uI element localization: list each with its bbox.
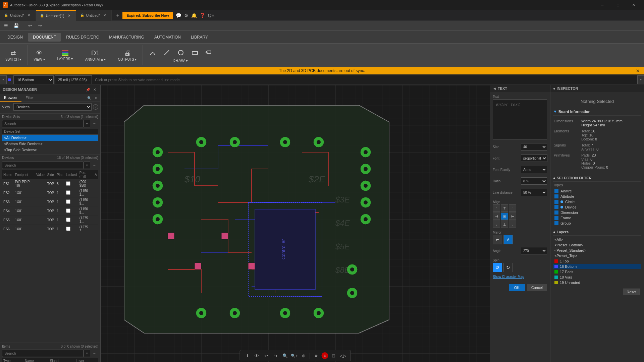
font-select[interactable]: proportional fixed xyxy=(521,155,547,162)
device-set-row-all[interactable]: <All Devices> xyxy=(2,135,98,141)
panel-pin-button[interactable]: 📌 xyxy=(85,86,91,93)
canvas-area[interactable]: Controller xyxy=(101,85,490,362)
align-bl[interactable]: ⌞ xyxy=(493,221,500,228)
align-mr[interactable]: ⊢ xyxy=(509,213,516,220)
table-row[interactable]: ES6 1X01 TOP 1 (1275 1... xyxy=(2,225,98,231)
subscribe-button[interactable]: Expired: Subscribe Now xyxy=(122,12,173,19)
attribute-checkbox[interactable] xyxy=(554,194,558,198)
filter-circle[interactable]: Circle xyxy=(553,199,641,204)
ribbon-view-button[interactable]: 👁 VIEW ▾ xyxy=(31,48,47,63)
items-search[interactable] xyxy=(2,350,84,357)
frame-checkbox[interactable] xyxy=(554,216,558,220)
filter-dimension[interactable]: Dimension xyxy=(553,210,641,215)
settings-icon[interactable]: ⚙ xyxy=(184,13,189,18)
layer-preset-bottom[interactable]: <Preset_Bottom> xyxy=(553,242,641,248)
ribbon-rect-button[interactable] xyxy=(189,48,201,58)
cancel-button[interactable]: Cancel xyxy=(527,284,547,291)
menu-rules[interactable]: RULES DRC/ERC xyxy=(61,33,104,42)
ribbon-switch-button[interactable]: ⇄ SWITCH ▾ xyxy=(3,48,24,63)
tab-untitled1-close[interactable]: ✕ xyxy=(66,13,72,18)
filter-group[interactable]: Group xyxy=(553,221,641,226)
devices-search-options[interactable]: ⋯ xyxy=(91,162,98,169)
eye-button[interactable]: 👁 xyxy=(253,352,261,360)
airwire-checkbox[interactable] xyxy=(554,189,558,193)
ribbon-layers-button[interactable]: LAYERS ▾ xyxy=(55,49,76,62)
command-input[interactable] xyxy=(92,75,637,84)
layer-19-unrouted[interactable]: 19 Unrouted xyxy=(553,280,641,285)
tab-browser[interactable]: Browser xyxy=(0,94,21,102)
reset-button[interactable]: Reset xyxy=(623,289,640,295)
spin-cw-button[interactable]: ↺ xyxy=(493,263,502,272)
devices-search[interactable] xyxy=(2,162,84,169)
filter-attribute[interactable]: Attribute xyxy=(553,194,641,199)
layer-preset-standard[interactable]: <Preset_Standard> xyxy=(553,248,641,253)
table-row[interactable]: ES1 P(R-PDIP-T8) TOP 8 (900 950) xyxy=(2,179,98,188)
panel-toggle-left[interactable]: « xyxy=(0,75,7,84)
ribbon-annotate-button[interactable]: D1 ANNOTATE ▾ xyxy=(83,48,108,63)
undo-btn-canvas[interactable]: ↩ xyxy=(262,352,270,360)
ribbon-circle-button[interactable] xyxy=(174,48,187,58)
device-sets-search-options[interactable]: ⋯ xyxy=(91,120,98,127)
view-help-button[interactable]: ? xyxy=(93,104,98,110)
line-distance-select[interactable]: 50 % 100 % xyxy=(521,189,547,196)
spin-ccw-button[interactable]: ↻ xyxy=(503,263,513,272)
layer-1-top[interactable]: 1 Top xyxy=(553,258,641,264)
angle-select[interactable]: 270 0 90 180 xyxy=(521,247,547,254)
filter-airwire[interactable]: Airwire xyxy=(553,188,641,194)
dimension-checkbox[interactable] xyxy=(554,210,558,215)
tab-untitled[interactable]: 🔒 Untitled* ✕ xyxy=(0,10,36,21)
zoom-out-button[interactable]: 🔍 xyxy=(281,352,289,360)
device-checkbox[interactable] xyxy=(554,205,558,209)
navigate-button[interactable]: ◁▷ xyxy=(339,352,347,360)
group-checkbox[interactable] xyxy=(554,221,558,225)
chat-icon[interactable]: 💬 xyxy=(176,13,181,18)
menu-library[interactable]: LIBRARY xyxy=(186,33,213,42)
font-family-select[interactable]: Armo Arial xyxy=(521,166,547,173)
align-tl[interactable]: ⌜ xyxy=(493,204,500,212)
view-select[interactable]: Devices Signals Layers xyxy=(13,103,92,111)
notification-icon[interactable]: 🔔 xyxy=(191,13,197,18)
device-sets-search[interactable] xyxy=(2,120,84,127)
mirror-v-button[interactable]: A xyxy=(503,235,513,244)
ratio-select[interactable]: 8 % 10 % xyxy=(521,177,547,185)
options-button[interactable]: ⚙ xyxy=(93,95,99,101)
info-button[interactable]: ℹ xyxy=(244,352,252,360)
tab-filter[interactable]: Filter xyxy=(21,94,38,102)
size-select[interactable]: 40 20 60 xyxy=(521,143,547,150)
filter-frame[interactable]: Frame xyxy=(553,215,641,221)
save-button[interactable]: 💾 xyxy=(11,21,21,30)
layer-18-vias[interactable]: 18 Vias xyxy=(553,275,641,280)
layer-preset-top[interactable]: <Preset_Top> xyxy=(553,253,641,258)
tab-untitled1[interactable]: 🔒 Untitled*(1) ✕ xyxy=(36,10,76,21)
align-bc[interactable]: ⊥ xyxy=(501,221,508,228)
ribbon-line-button[interactable] xyxy=(160,48,173,58)
stop-button[interactable]: ⊗ xyxy=(322,352,328,359)
char-map-link[interactable]: Show Character Map xyxy=(493,275,547,279)
ok-button[interactable]: OK xyxy=(509,284,525,291)
menu-design[interactable]: DESIGN xyxy=(3,33,28,42)
filter-device[interactable]: Device xyxy=(553,204,641,210)
layer-17-pads[interactable]: 17 Pads xyxy=(553,269,641,275)
close-button[interactable]: ✕ xyxy=(626,0,641,10)
circle-checkbox[interactable] xyxy=(554,200,558,204)
menu-automation[interactable]: AUTOMATION xyxy=(150,33,185,42)
align-tc[interactable]: ⊤ xyxy=(501,204,508,212)
new-tab-button[interactable]: + xyxy=(113,11,122,20)
ribbon-outputs-button[interactable]: 🖨 OUTPUTS ▾ xyxy=(115,48,140,63)
ribbon-tag-button[interactable]: 🏷 xyxy=(203,48,214,57)
panel-toggle-right[interactable]: » xyxy=(637,75,644,84)
search-button[interactable]: 🔍 xyxy=(86,95,92,101)
maximize-button[interactable]: □ xyxy=(610,0,626,10)
table-row[interactable]: ES2 1X01 TOP 1 (1150 1... xyxy=(2,188,98,197)
table-row[interactable]: ES3 1X01 TOP 1 (1150 9... xyxy=(2,197,98,206)
fit-button[interactable]: ⊕ xyxy=(300,352,308,360)
device-set-row-top[interactable]: <Top Side Devices> xyxy=(2,147,98,153)
ribbon-arc-button[interactable] xyxy=(146,48,159,58)
items-search-options[interactable]: ⋯ xyxy=(91,350,98,357)
help-icon[interactable]: ❓ xyxy=(200,13,205,18)
align-tr[interactable]: ⌝ xyxy=(509,204,516,212)
tab-untitled2[interactable]: 🔒 Untitled* ✕ xyxy=(76,10,112,21)
minimize-button[interactable]: ─ xyxy=(595,0,610,10)
text-input[interactable]: Enter text xyxy=(493,99,547,139)
grid-button[interactable]: # xyxy=(312,352,320,360)
